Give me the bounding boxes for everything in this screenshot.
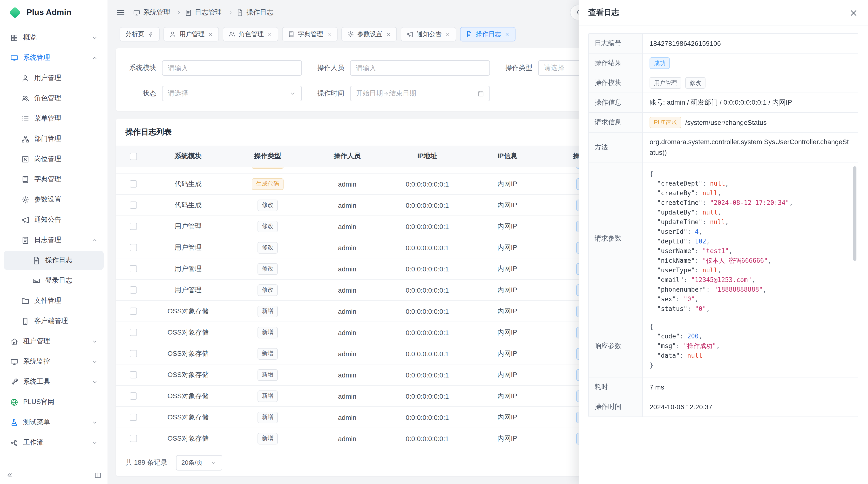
status-select[interactable]: 请选择 — [162, 86, 302, 101]
sidebar-item[interactable]: 字典管理 — [4, 170, 104, 189]
scrollbar-thumb[interactable] — [853, 167, 857, 261]
sidebar-item[interactable]: 参数设置 — [4, 190, 104, 209]
cell-ip: 0:0:0:0:0:0:0:1 — [387, 371, 468, 379]
row-checkbox[interactable] — [129, 350, 137, 357]
row-checkbox[interactable] — [129, 308, 137, 315]
sidebar-item[interactable]: 岗位管理 — [4, 150, 104, 169]
tab-close-icon[interactable] — [445, 32, 451, 37]
cell-ip-info: 内网IP — [468, 307, 547, 316]
tab-close-icon[interactable] — [327, 32, 332, 37]
row-checkbox[interactable] — [129, 244, 137, 251]
tab[interactable]: 通知公告 — [401, 27, 456, 41]
start-date-placeholder: 开始日期 — [356, 89, 383, 98]
breadcrumb-item[interactable]: 系统管理 — [133, 8, 185, 17]
sidebar-item[interactable]: 角色管理 — [4, 89, 104, 108]
row-checkbox[interactable] — [129, 265, 137, 272]
sidebar-item[interactable]: 系统监控 — [4, 352, 104, 371]
row-checkbox[interactable] — [129, 180, 137, 188]
sidebar-item[interactable]: PLUS官网 — [4, 392, 104, 412]
arrow-right-icon — [383, 90, 389, 97]
tab-close-icon[interactable] — [386, 32, 391, 37]
row-checkbox[interactable] — [129, 435, 137, 442]
page-size-value: 20条/页 — [181, 458, 203, 467]
cell-ip-info: 内网IP — [468, 392, 547, 400]
cell-operator: admin — [308, 244, 387, 251]
close-icon[interactable] — [849, 8, 858, 18]
sidebar-item[interactable]: 系统管理 — [4, 48, 104, 67]
sidebar-item-icon — [32, 277, 40, 285]
sidebar-item[interactable]: 系统工具 — [4, 372, 104, 391]
sidebar-item-icon — [21, 195, 29, 204]
tab[interactable]: 分析页 — [120, 27, 160, 41]
row-checkbox[interactable] — [129, 414, 137, 421]
time-range-picker[interactable]: 开始日期 结束日期 — [350, 86, 490, 101]
chevron-icon — [92, 237, 98, 243]
row-checkbox[interactable] — [129, 286, 137, 294]
cell-operator: admin — [308, 286, 387, 294]
tab[interactable]: 字典管理 — [282, 27, 338, 41]
cell-ip-info: 内网IP — [468, 264, 547, 273]
tab[interactable]: 角色管理 — [223, 27, 278, 41]
detail-label: 日志编号 — [589, 34, 643, 53]
hamburger-menu-icon[interactable] — [116, 8, 125, 18]
tab[interactable]: 用户管理 — [163, 27, 219, 41]
breadcrumb-icon — [185, 9, 192, 16]
sidebar-item[interactable]: 客户端管理 — [4, 312, 104, 331]
detail-row: 操作时间 2024-10-06 12:20:37 — [589, 397, 858, 417]
breadcrumb-item[interactable]: 操作日志 — [236, 8, 273, 17]
sidebar-item[interactable]: 菜单管理 — [4, 109, 104, 128]
sidebar-item[interactable]: 测试菜单 — [4, 413, 104, 432]
sidebar-item[interactable]: 概览 — [4, 28, 104, 47]
tab-close-icon[interactable] — [267, 32, 273, 37]
chevron-icon — [92, 379, 98, 385]
module-input[interactable] — [168, 64, 296, 72]
sidebar-item-label: 测试菜单 — [23, 418, 50, 427]
tab[interactable]: 参数设置 — [341, 27, 397, 41]
sidebar-item[interactable]: 登录日志 — [4, 271, 104, 290]
row-checkbox[interactable] — [129, 329, 137, 336]
page-size-select[interactable]: 20条/页 — [176, 455, 222, 471]
row-checkbox[interactable] — [129, 201, 137, 209]
sidebar-item[interactable]: 部门管理 — [4, 129, 104, 149]
pin-icon — [148, 31, 154, 37]
operator-input[interactable] — [356, 64, 484, 72]
sidebar-item[interactable]: 用户管理 — [4, 68, 104, 88]
row-checkbox[interactable] — [129, 392, 137, 400]
cell-module: OSS对象存储 — [149, 392, 227, 400]
sidebar-item-label: 日志管理 — [34, 236, 61, 245]
cell-ip: 0:0:0:0:0:0:0:1 — [387, 328, 468, 336]
sidebar-item[interactable]: 通知公告 — [4, 210, 104, 229]
sidebar-item[interactable]: 工作流 — [4, 433, 104, 452]
cell-module: 代码生成 — [149, 201, 227, 209]
sidebar-item[interactable]: 租户管理 — [4, 332, 104, 351]
detail-row: 请求参数 { "createDept": null, "createBy": n… — [589, 163, 858, 316]
detail-label: 操作结果 — [589, 54, 643, 73]
cell-module: 用户管理 — [149, 264, 227, 273]
sidebar-item[interactable]: 文件管理 — [4, 291, 104, 311]
filter-label-type: 操作类型 — [501, 64, 538, 72]
chevron-icon — [92, 338, 98, 345]
tab-close-icon[interactable] — [504, 32, 510, 37]
select-all-checkbox[interactable] — [129, 153, 137, 160]
filter-label-status: 状态 — [125, 89, 162, 98]
filter-label-module: 系统模块 — [125, 64, 162, 72]
sidebar-item[interactable]: 操作日志 — [4, 251, 104, 270]
row-checkbox[interactable] — [129, 223, 137, 230]
cell-module: 代码生成 — [149, 167, 227, 167]
row-checkbox[interactable] — [129, 371, 137, 379]
filter-label-time: 操作时间 — [313, 89, 350, 98]
sidebar-item[interactable]: 日志管理 — [4, 230, 104, 250]
pin-sidebar-icon[interactable] — [94, 471, 102, 479]
sidebar: Plus Admin 概览 系统管理 用户管理 — [0, 0, 108, 484]
collapse-sidebar-icon[interactable] — [6, 471, 13, 479]
sidebar-item-icon — [10, 54, 18, 62]
tab[interactable]: 操作日志 — [460, 27, 516, 41]
breadcrumb-label: 系统管理 — [143, 8, 170, 17]
cell-operator: admin — [308, 201, 387, 209]
breadcrumb-item[interactable]: 日志管理 — [185, 8, 236, 17]
sidebar-item-icon — [10, 33, 18, 42]
tab-label: 分析页 — [125, 30, 144, 39]
sidebar-item-label: 工作流 — [23, 438, 43, 447]
tab-close-icon[interactable] — [208, 32, 213, 37]
sidebar-footer — [0, 466, 107, 484]
